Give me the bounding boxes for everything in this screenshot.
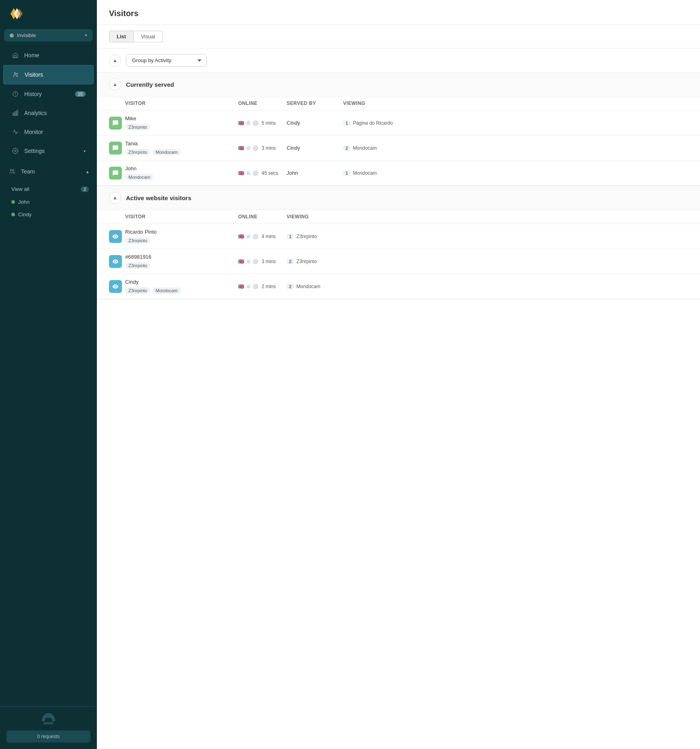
- desktop-icon: 🖥: [246, 259, 251, 264]
- table-row[interactable]: #68981916 Z3nrpinto 🇬🇧 🖥 ⚪ 3 mins 2 Z3nr…: [97, 249, 700, 274]
- history-icon: [11, 90, 19, 98]
- status-selector[interactable]: Invisible ▾: [4, 29, 93, 42]
- view-tabs: List Visual: [97, 25, 700, 48]
- online-time-john: 45 secs: [262, 170, 278, 176]
- currently-served-collapse-btn[interactable]: ▲: [109, 78, 121, 90]
- sidebar-item-home[interactable]: Home: [3, 46, 94, 65]
- sidebar-item-history[interactable]: History 15: [3, 85, 94, 103]
- visitor-tags-tania: Z3nrpinto Mondocam: [125, 149, 238, 155]
- visitor-tags-anon: Z3nrpinto: [125, 262, 238, 269]
- circle-icon: ⚪: [252, 120, 258, 126]
- requests-button[interactable]: 0 requests: [6, 730, 90, 743]
- filter-bar: ▲ Group by Activity Group by Agent Group…: [97, 48, 700, 73]
- sidebar-bottom: 0 requests: [0, 706, 97, 749]
- visitor-name-anon: #68981916: [125, 254, 238, 260]
- view-all-row[interactable]: View all 2: [0, 182, 97, 196]
- team-sub: View all 2 John Cindy: [0, 181, 97, 222]
- active-col-online: Online: [238, 214, 287, 220]
- flag-icon: 🇬🇧: [238, 259, 244, 264]
- online-time-mike: 5 mins: [262, 120, 276, 126]
- collapse-button[interactable]: ▲: [109, 54, 121, 67]
- online-time-tania: 3 mins: [262, 145, 276, 151]
- analytics-icon: [11, 109, 19, 117]
- visitor-name-cell-ricardo: Ricardo Pinto Z3nrpinto: [125, 229, 238, 244]
- viewing-page-anon: Z3nrpinto: [296, 259, 317, 264]
- viewing-ricardo: 1 Z3nrpinto: [287, 234, 688, 239]
- visitor-name-mike: Mike: [125, 115, 238, 121]
- sidebar-item-settings[interactable]: Settings ▾: [3, 142, 94, 160]
- team-chevron-icon: ▴: [86, 169, 89, 174]
- active-visitors-title: Active website visitors: [126, 195, 191, 201]
- circle-icon: ⚪: [252, 284, 258, 289]
- group-by-select[interactable]: Group by Activity Group by Agent Group b…: [126, 54, 207, 67]
- active-visitors-collapse-btn[interactable]: ▲: [109, 192, 121, 204]
- app-logo: [8, 7, 24, 20]
- viewing-page-mike: Página do Ricardo: [353, 120, 393, 126]
- circle-icon: ⚪: [252, 234, 258, 239]
- table-row[interactable]: Mike Z3nrpinto 🇬🇧 🖥 ⚪ 5 mins Cindy 1 Pág…: [97, 111, 700, 136]
- analytics-label: Analytics: [24, 110, 47, 116]
- sidebar-item-analytics[interactable]: Analytics: [3, 104, 94, 122]
- table-row[interactable]: Ricardo Pinto Z3nrpinto 🇬🇧 🖥 ⚪ 4 mins 1 …: [97, 224, 700, 249]
- table-row[interactable]: Tania Z3nrpinto Mondocam 🇬🇧 🖥 ⚪ 3 mins C…: [97, 136, 700, 161]
- circle-icon: ⚪: [252, 170, 258, 176]
- view-num-tania: 2: [343, 145, 350, 151]
- visitor-name-cindy: Cindy: [125, 279, 238, 285]
- served-col-online: Online: [238, 100, 287, 106]
- agent-row-john[interactable]: John: [0, 196, 97, 208]
- visitor-flags-anon: 🇬🇧 🖥 ⚪ 3 mins: [238, 259, 287, 264]
- sidebar: Invisible ▾ Home Visitors History 15: [0, 0, 97, 749]
- tab-list[interactable]: List: [109, 31, 134, 42]
- sidebar-item-monitor[interactable]: Monitor: [3, 123, 94, 141]
- tag-z3nrpinto-anon: Z3nrpinto: [125, 262, 150, 269]
- visitor-flags-ricardo: 🇬🇧 🖥 ⚪ 4 mins: [238, 234, 287, 239]
- viewing-anon: 2 Z3nrpinto: [287, 259, 688, 264]
- view-num-john: 1: [343, 170, 350, 176]
- main-nav: Home Visitors History 15 Analytics: [0, 46, 97, 161]
- agent-name-cindy: Cindy: [18, 211, 31, 218]
- table-row[interactable]: Cindy Z3nrpinto Mondocam 🇬🇧 🖥 ⚪ 2 mins 2…: [97, 274, 700, 299]
- served-by-mike: Cindy: [287, 120, 343, 126]
- sidebar-item-visitors[interactable]: Visitors: [3, 65, 94, 84]
- home-label: Home: [24, 52, 39, 59]
- visitor-flags-mike: 🇬🇧 🖥 ⚪ 5 mins: [238, 120, 287, 126]
- served-by-john: John: [287, 170, 343, 176]
- visitor-flags-john: 🇬🇧 🖥 ⚪ 45 secs: [238, 170, 287, 176]
- table-row[interactable]: John Mondocam 🇬🇧 🖥 ⚪ 45 secs John 1 Mond…: [97, 161, 700, 186]
- view-num-mike: 1: [343, 120, 350, 126]
- status-label: Invisible: [17, 32, 85, 38]
- desktop-icon: 🖥: [246, 284, 251, 289]
- team-icon: [8, 167, 16, 176]
- visitor-tags-ricardo: Z3nrpinto: [125, 237, 238, 244]
- agent-row-cindy[interactable]: Cindy: [0, 208, 97, 221]
- home-icon: [11, 51, 19, 59]
- tag-mondocam-cindy: Mondocam: [152, 287, 180, 294]
- viewing-page-john: Mondocam: [353, 170, 377, 176]
- served-col-visitor: Visitor: [125, 100, 238, 106]
- svg-point-3: [14, 73, 16, 74]
- team-header[interactable]: Team ▴: [0, 162, 97, 181]
- viewing-tania: 2 Mondocam: [343, 145, 688, 151]
- tag-z3nrpinto: Z3nrpinto: [125, 124, 150, 130]
- view-num-anon: 2: [287, 259, 294, 264]
- logo-area: [0, 0, 97, 27]
- visitor-name-cell-cindy: Cindy Z3nrpinto Mondocam: [125, 279, 238, 294]
- currently-served-header: ▲ Currently served: [97, 73, 700, 96]
- view-all-label: View all: [11, 186, 29, 192]
- tab-visual[interactable]: Visual: [134, 31, 163, 42]
- tag-mondocam-john: Mondocam: [125, 174, 153, 180]
- desktop-icon: 🖥: [246, 234, 251, 239]
- currently-served-section: ▲ Currently served Visitor Online Served…: [97, 73, 700, 186]
- served-by-tania: Cindy: [287, 145, 343, 151]
- active-visitors-header: ▲ Active website visitors: [97, 186, 700, 210]
- svg-rect-8: [17, 111, 18, 115]
- view-num-cindy: 2: [287, 284, 294, 289]
- visitor-avatar-john: [109, 167, 122, 180]
- view-all-badge: 2: [81, 186, 89, 192]
- agent-name-john: John: [18, 199, 29, 205]
- flag-icon: 🇬🇧: [238, 145, 244, 151]
- svg-point-10: [10, 169, 12, 171]
- active-visitors-section: ▲ Active website visitors Visitor Online…: [97, 186, 700, 299]
- tag-z3nrpinto-tania: Z3nrpinto: [125, 149, 150, 155]
- svg-rect-6: [13, 113, 14, 115]
